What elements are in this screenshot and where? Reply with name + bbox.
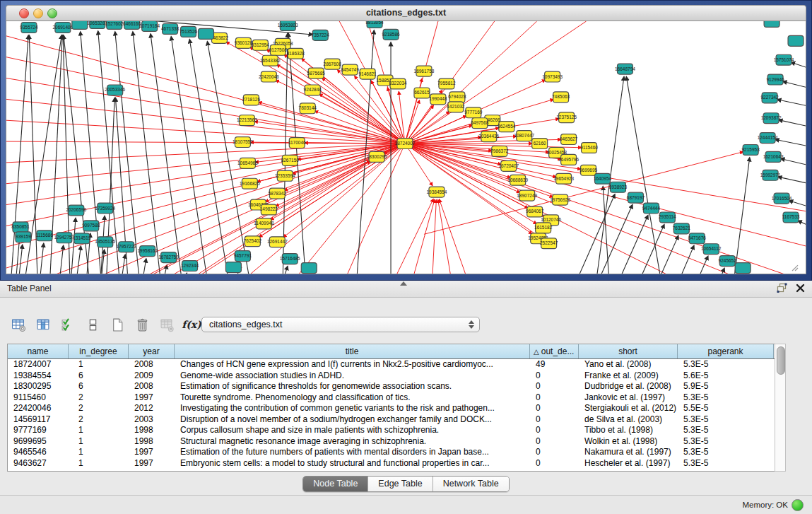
select-all-columns-icon[interactable] [59, 316, 76, 333]
table-cell[interactable]: Jankovic et al. (1997) [579, 392, 678, 404]
table-cell[interactable]: Tibbo et al. (1998) [579, 425, 678, 436]
graph-node[interactable] [788, 35, 804, 46]
table-cell[interactable]: Stergiakouli et al. (2012) [579, 403, 678, 414]
table-cell[interactable]: 1 [69, 425, 129, 436]
table-cell[interactable]: Structural magnetic resonance image aver… [175, 436, 530, 448]
column-header-name[interactable]: name [8, 344, 69, 358]
table-row[interactable]: 977716911998Corpus callosum shape and si… [8, 425, 775, 436]
table-cell[interactable]: Wolkin et al. (1998) [579, 436, 678, 448]
table-cell[interactable]: 22420046 [8, 403, 69, 414]
table-cell[interactable]: Genome-wide association studies in ADHD. [175, 370, 530, 382]
table-cell[interactable]: Embryonic stem cells: a model to study s… [175, 458, 530, 469]
table-row[interactable]: 946554611997Estimation of the future num… [8, 447, 775, 458]
citation-graph[interactable]: 1872400718107552117004682671501065496512… [6, 21, 806, 274]
table-cell[interactable]: 9465546 [8, 447, 69, 458]
table-cell[interactable]: 2 [69, 414, 129, 426]
column-header-title[interactable]: title [175, 344, 530, 358]
function-builder-icon[interactable]: f(x) [183, 316, 200, 333]
table-cell[interactable]: 2008 [129, 359, 175, 370]
table-cell[interactable]: 1 [69, 436, 129, 448]
table-scrollbar[interactable] [775, 344, 786, 472]
table-cell[interactable]: 18300295 [8, 381, 69, 392]
table-cell[interactable]: 2003 [129, 414, 175, 426]
table-cell[interactable]: 1997 [129, 458, 175, 469]
table-cell[interactable]: 0 [530, 403, 579, 414]
table-cell[interactable]: Nakamura et al. (1997) [579, 447, 678, 458]
table-row[interactable]: 2242004622012Investigating the contribut… [8, 403, 775, 414]
table-cell[interactable]: 0 [530, 458, 579, 469]
table-cell[interactable]: 5.9E-5 [678, 381, 774, 392]
table-cell[interactable]: 0 [530, 436, 579, 448]
table-cell[interactable]: 0 [530, 425, 579, 436]
table-cell[interactable]: 1997 [129, 392, 175, 404]
table-cell[interactable]: Estimation of the future numbers of pati… [175, 447, 530, 458]
table-cell[interactable]: 1997 [129, 447, 175, 458]
table-cell[interactable]: 0 [530, 414, 579, 426]
table-cell[interactable]: 5.3E-5 [678, 447, 774, 458]
table-cell[interactable]: Dudbridge et al. (2008) [579, 381, 678, 392]
table-cell[interactable]: de Silva et al. (2003) [579, 414, 678, 426]
table-cell[interactable]: 2012 [129, 403, 175, 414]
canvas-resize-grip[interactable] [792, 265, 798, 271]
float-panel-icon[interactable] [777, 283, 787, 293]
tab-node-table[interactable]: Node Table [303, 477, 368, 491]
table-cell[interactable]: Franke et al. (2009) [579, 370, 678, 382]
table-cell[interactable]: 1 [69, 359, 129, 370]
table-cell[interactable]: 5.6E-5 [678, 370, 774, 382]
table-cell[interactable]: 1998 [129, 436, 175, 448]
table-cell[interactable]: Corpus callosum shape and size in male p… [175, 425, 530, 436]
table-scrollbar-thumb[interactable] [777, 346, 785, 375]
table-cell[interactable]: 5.3E-5 [678, 425, 774, 436]
table-cell[interactable]: 6 [69, 381, 129, 392]
graph-node[interactable] [72, 21, 88, 29]
table-cell[interactable]: 2008 [129, 381, 175, 392]
column-header-pagerank[interactable]: pagerank [678, 344, 774, 358]
table-cell[interactable]: 6 [69, 370, 129, 382]
table-cell[interactable]: Estimation of significance thresholds fo… [175, 381, 530, 392]
delete-columns-icon[interactable] [134, 316, 151, 333]
table-row[interactable]: 1456911722003Disruption of a novel membe… [8, 414, 775, 426]
network-canvas[interactable]: 1872400718107552117004682671501065496512… [6, 21, 806, 274]
table-cell[interactable]: 14569117 [8, 414, 69, 426]
graph-node[interactable] [301, 263, 317, 274]
split-pane-handle[interactable] [400, 281, 407, 286]
table-cell[interactable]: 5.3E-5 [678, 414, 774, 426]
table-cell[interactable]: 18724007 [8, 359, 69, 370]
table-cell[interactable]: 2009 [129, 370, 175, 382]
table-row[interactable]: 1938455462009Genome-wide association stu… [8, 370, 775, 382]
table-cell[interactable]: 1 [69, 458, 129, 469]
tab-edge-table[interactable]: Edge Table [368, 477, 433, 491]
table-row[interactable]: 1872400712008Changes of HCN gene express… [8, 359, 775, 370]
tab-network-table[interactable]: Network Table [433, 477, 509, 491]
graph-node[interactable] [199, 28, 214, 39]
table-cell[interactable]: Tourette syndrome. Phenomenology and cla… [175, 392, 530, 404]
table-row[interactable]: 911546021997Tourette syndrome. Phenomeno… [8, 392, 775, 404]
table-cell[interactable]: Hescheler et al. (1997) [579, 458, 678, 469]
table-cell[interactable]: 0 [530, 370, 579, 382]
table-cell[interactable]: 9115460 [8, 392, 69, 404]
table-cell[interactable]: 9463627 [8, 458, 69, 469]
delete-table-disabled-icon[interactable] [158, 316, 175, 333]
table-cell[interactable]: Changes of HCN gene expression and I(f) … [175, 359, 530, 370]
graph-node[interactable] [764, 21, 779, 27]
table-cell[interactable]: 49 [530, 359, 579, 370]
table-cell[interactable]: 0 [530, 447, 579, 458]
column-header-in_degree[interactable]: in_degree [69, 344, 129, 358]
column-header-year[interactable]: year [129, 344, 175, 358]
close-panel-icon[interactable] [796, 284, 805, 293]
table-cell[interactable]: 5.3E-5 [678, 392, 774, 404]
create-new-column-icon[interactable] [109, 316, 126, 333]
memory-status-indicator[interactable] [792, 499, 804, 511]
table-cell[interactable]: 0 [530, 392, 579, 404]
table-selector-dropdown[interactable]: citations_edges.txt [201, 317, 480, 332]
table-cell[interactable]: 1 [69, 447, 129, 458]
table-cell[interactable]: Investigating the contribution of common… [175, 403, 530, 414]
column-header-out_de[interactable]: △out_de... [530, 344, 579, 358]
table-cell[interactable]: Disruption of a novel member of a sodium… [175, 414, 530, 426]
table-row[interactable]: 1830029562008Estimation of significance … [8, 381, 775, 392]
table-cell[interactable]: 5.3E-5 [678, 458, 774, 469]
table-mode-icon[interactable] [10, 316, 27, 333]
table-row[interactable]: 969969511998Structural magnetic resonanc… [8, 436, 775, 448]
table-row[interactable]: 946362711997Embryonic stem cells: a mode… [8, 458, 775, 469]
graph-node[interactable] [225, 262, 241, 273]
